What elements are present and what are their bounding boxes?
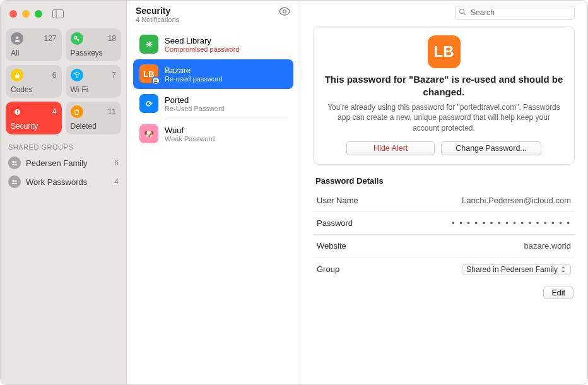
alert-icon	[11, 105, 23, 118]
username-label: User Name	[317, 196, 358, 205]
item-subtitle: Re-used password	[165, 75, 223, 83]
sidebar-tile-codes[interactable]: 6Codes	[6, 65, 62, 98]
tile-count: 18	[108, 34, 116, 43]
trash-icon	[71, 105, 83, 118]
password-label: Password	[317, 218, 353, 228]
svg-point-11	[12, 180, 15, 182]
app-icon: ✳	[139, 35, 158, 54]
tile-label: Deleted	[71, 122, 117, 131]
svg-line-17	[464, 13, 466, 15]
lock-icon	[11, 69, 23, 81]
tile-count: 7	[112, 71, 116, 80]
tile-count: 11	[108, 107, 116, 116]
items-list: ✳Seed LibraryCompromised passwordLBBazar…	[127, 30, 300, 149]
row-group[interactable]: Group Shared in Pedersen Family	[313, 257, 575, 281]
tile-count: 127	[44, 34, 56, 43]
security-item[interactable]: 🐶WuufWeak Password	[133, 119, 293, 149]
detail-app-icon: LB	[428, 35, 461, 68]
item-name: Ported	[165, 95, 225, 105]
password-details-header: Password Details	[315, 176, 575, 186]
group-label: Work Passwords	[26, 177, 87, 187]
svg-rect-0	[53, 10, 64, 18]
shared-group-row[interactable]: Pedersen Family6	[6, 153, 121, 172]
sidebar-tile-deleted[interactable]: 11Deleted	[66, 102, 122, 134]
tile-label: All	[11, 49, 57, 57]
app-icon: LB	[139, 64, 158, 83]
alert-headline: This password for "Bazare" is re-used an…	[324, 73, 564, 99]
website-label: Website	[317, 241, 346, 251]
sidebar-tile-wifi[interactable]: 7Wi-Fi	[66, 65, 122, 98]
items-pane-title: Security	[136, 6, 179, 16]
search-icon	[459, 8, 466, 16]
close-window-button[interactable]	[9, 10, 17, 18]
item-name: Seed Library	[165, 36, 240, 45]
password-details: User Name Lanchi.Pedersen@icloud.com Pas…	[313, 189, 575, 281]
tile-label: Codes	[11, 85, 57, 94]
group-avatar-icon	[8, 175, 21, 188]
svg-point-10	[15, 162, 17, 163]
alert-description: You're already using this password for "…	[324, 102, 564, 134]
hide-alert-button[interactable]: Hide Alert	[346, 141, 435, 155]
item-name: Bazare	[165, 66, 223, 75]
group-label: Group	[317, 264, 339, 274]
website-value: bazare.world	[524, 241, 571, 251]
shared-group-row[interactable]: Work Passwords4	[6, 172, 121, 191]
svg-point-13	[283, 10, 286, 13]
username-value: Lanchi.Pedersen@icloud.com	[462, 196, 571, 205]
chevron-updown-icon	[560, 266, 567, 273]
key-icon	[71, 32, 83, 45]
row-username[interactable]: User Name Lanchi.Pedersen@icloud.com	[313, 189, 575, 211]
svg-point-5	[76, 77, 78, 78]
app-icon: 🐶	[139, 124, 158, 143]
item-subtitle: Compromised password	[165, 45, 240, 53]
toggle-sidebar-icon[interactable]	[52, 9, 64, 18]
security-item[interactable]: ⟳PortedRe-Used Password	[133, 89, 293, 119]
svg-point-9	[12, 161, 15, 163]
items-pane-subtitle: 4 Notifications	[136, 16, 179, 23]
group-count: 4	[114, 177, 119, 186]
svg-point-16	[460, 9, 464, 14]
edit-button[interactable]: Edit	[543, 287, 573, 299]
window-controls	[6, 6, 121, 25]
row-password[interactable]: Password • • • • • • • • • • • • • • • •	[313, 211, 575, 234]
reveal-icon[interactable]	[278, 7, 291, 16]
svg-rect-7	[16, 110, 17, 112]
svg-rect-8	[16, 113, 17, 114]
shared-groups-list: Pedersen Family6Work Passwords4	[6, 153, 121, 191]
item-subtitle: Weak Password	[165, 135, 215, 143]
tile-label: Wi-Fi	[71, 85, 117, 94]
group-select[interactable]: Shared in Pedersen Family	[462, 264, 571, 275]
svg-rect-4	[15, 74, 19, 78]
svg-point-12	[15, 181, 17, 182]
group-value: Shared in Pedersen Family	[466, 265, 558, 274]
tile-count: 4	[52, 107, 57, 116]
group-label: Pedersen Family	[26, 158, 88, 168]
person-icon	[11, 32, 23, 45]
items-pane-header: Security 4 Notifications	[127, 1, 300, 30]
shared-badge-icon	[151, 76, 160, 85]
item-name: Wuuf	[165, 126, 215, 135]
detail-pane: LB This password for "Bazare" is re-used…	[300, 1, 587, 384]
sidebar-tile-security[interactable]: 4Security	[6, 102, 62, 134]
sidebar-tile-passkeys[interactable]: 18Passkeys	[66, 28, 122, 61]
zoom-window-button[interactable]	[35, 10, 42, 18]
change-password-button[interactable]: Change Password...	[441, 141, 541, 155]
wifi-icon	[71, 69, 83, 81]
search-input[interactable]	[455, 6, 575, 20]
item-subtitle: Re-Used Password	[165, 105, 225, 112]
tile-label: Passkeys	[71, 49, 117, 57]
search-field-wrap	[455, 6, 575, 20]
minimize-window-button[interactable]	[22, 10, 30, 18]
group-count: 6	[114, 158, 119, 167]
app-icon: ⟳	[139, 94, 158, 113]
svg-point-15	[156, 80, 157, 81]
security-item[interactable]: ✳Seed LibraryCompromised password	[133, 30, 293, 59]
items-pane: Security 4 Notifications ✳Seed LibraryCo…	[127, 1, 300, 384]
shared-groups-header: Shared Groups	[8, 143, 119, 151]
group-avatar-icon	[8, 157, 21, 169]
alert-card: LB This password for "Bazare" is re-used…	[313, 26, 575, 165]
row-website[interactable]: Website bazare.world	[313, 234, 575, 257]
security-item[interactable]: LBBazareRe-used password	[133, 59, 293, 89]
sidebar-tile-all[interactable]: 127All	[6, 28, 62, 61]
svg-point-2	[16, 36, 18, 38]
